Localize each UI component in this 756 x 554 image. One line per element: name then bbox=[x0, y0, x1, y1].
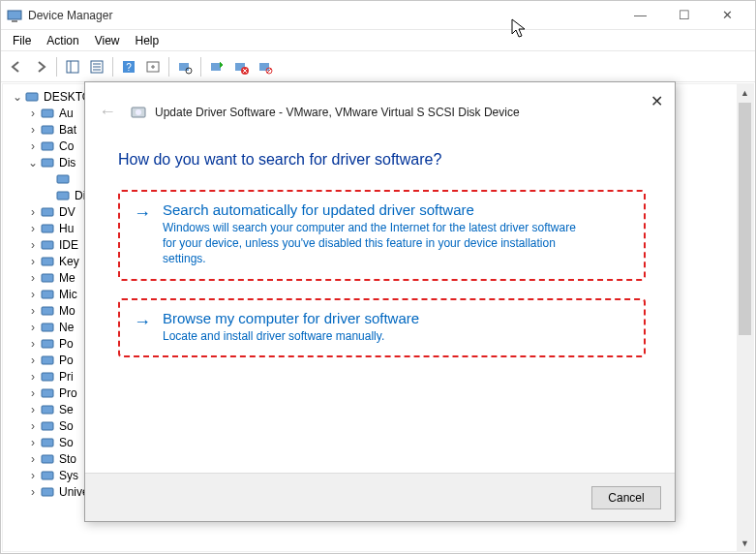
titlebar: Device Manager — ☐ ✕ bbox=[1, 1, 755, 30]
expander-icon[interactable]: › bbox=[26, 403, 40, 416]
option1-desc: Windows will search your computer and th… bbox=[163, 220, 579, 267]
device-icon bbox=[40, 221, 55, 236]
expander-icon[interactable]: › bbox=[26, 238, 40, 252]
disk-icon bbox=[130, 104, 147, 121]
expander-icon[interactable]: › bbox=[26, 436, 40, 449]
expander-icon[interactable]: ⌄ bbox=[11, 90, 24, 104]
svg-rect-26 bbox=[42, 208, 53, 216]
device-icon bbox=[40, 254, 55, 269]
svg-rect-21 bbox=[42, 126, 53, 134]
svg-rect-34 bbox=[42, 340, 53, 348]
action-button[interactable] bbox=[141, 55, 165, 78]
svg-point-45 bbox=[136, 109, 141, 115]
tree-item-label: Po bbox=[59, 354, 74, 367]
dialog-title: Update Driver Software - VMware, VMware … bbox=[155, 106, 520, 119]
tree-item-label: So bbox=[59, 436, 74, 449]
tree-item-label: Au bbox=[59, 107, 74, 120]
tree-item-label: Sys bbox=[59, 469, 78, 482]
expander-icon[interactable]: › bbox=[26, 452, 40, 466]
help-button[interactable]: ? bbox=[117, 55, 140, 78]
svg-rect-25 bbox=[57, 192, 69, 200]
expander-icon[interactable]: › bbox=[26, 321, 40, 334]
option1-title: Search automatically for updated driver … bbox=[163, 201, 579, 218]
expander-icon[interactable]: › bbox=[26, 469, 40, 482]
expander-icon[interactable]: ⌄ bbox=[26, 156, 40, 169]
device-icon bbox=[40, 468, 55, 483]
back-button[interactable] bbox=[5, 55, 28, 78]
svg-rect-0 bbox=[8, 11, 21, 19]
dialog-footer: Cancel bbox=[85, 473, 675, 521]
svg-rect-29 bbox=[42, 258, 53, 265]
tree-item-label: Pro bbox=[59, 386, 77, 400]
expander-icon[interactable]: › bbox=[26, 271, 40, 285]
svg-rect-28 bbox=[42, 241, 53, 249]
toolbar: ? bbox=[1, 51, 755, 82]
svg-rect-43 bbox=[42, 488, 53, 496]
expander-icon[interactable]: › bbox=[26, 139, 40, 153]
expander-icon[interactable]: › bbox=[26, 222, 40, 235]
tree-item-label: Hu bbox=[59, 222, 74, 235]
expander-icon[interactable]: › bbox=[26, 288, 40, 301]
tree-item-label: Bat bbox=[59, 123, 76, 137]
tree-item-label: DV bbox=[59, 205, 76, 219]
scroll-thumb[interactable] bbox=[739, 103, 751, 335]
uninstall-button[interactable] bbox=[229, 55, 253, 78]
device-icon bbox=[40, 320, 55, 335]
svg-rect-41 bbox=[42, 455, 53, 463]
cancel-button[interactable]: Cancel bbox=[591, 486, 661, 509]
scroll-up-icon[interactable]: ▲ bbox=[739, 86, 751, 99]
dialog-close-button[interactable]: ✕ bbox=[644, 88, 669, 113]
svg-rect-27 bbox=[42, 225, 53, 232]
arrow-right-icon: → bbox=[134, 203, 151, 224]
expander-icon[interactable]: › bbox=[26, 485, 40, 499]
tree-item-label: Key bbox=[59, 255, 79, 268]
expander-icon[interactable]: › bbox=[26, 107, 40, 120]
vertical-scrollbar[interactable]: ▲ ▼ bbox=[737, 84, 753, 551]
option2-title: Browse my computer for driver software bbox=[163, 310, 419, 326]
update-driver-button[interactable] bbox=[205, 55, 228, 78]
dialog-back-button[interactable]: ← bbox=[93, 98, 122, 126]
expander-icon[interactable]: › bbox=[26, 386, 40, 400]
show-hide-tree-button[interactable] bbox=[61, 55, 84, 78]
svg-rect-11 bbox=[179, 63, 189, 71]
maximize-button[interactable]: ☐ bbox=[662, 1, 706, 29]
svg-rect-36 bbox=[42, 373, 53, 381]
expander-icon[interactable]: › bbox=[26, 370, 40, 384]
properties-button[interactable] bbox=[85, 55, 108, 78]
option-search-automatically[interactable]: → Search automatically for updated drive… bbox=[118, 190, 646, 281]
tree-item-label: Mic bbox=[59, 288, 77, 301]
device-icon bbox=[40, 435, 55, 450]
close-button[interactable]: ✕ bbox=[706, 1, 749, 29]
device-icon bbox=[40, 138, 55, 154]
expander-icon[interactable]: › bbox=[26, 304, 40, 318]
tree-item-label: Se bbox=[59, 403, 74, 416]
svg-rect-16 bbox=[259, 63, 269, 71]
device-icon bbox=[40, 155, 55, 170]
dialog-heading: How do you want to search for driver sof… bbox=[118, 151, 646, 169]
scan-hardware-button[interactable] bbox=[173, 55, 197, 78]
svg-rect-13 bbox=[211, 63, 221, 71]
svg-rect-31 bbox=[42, 291, 53, 298]
expander-icon[interactable]: › bbox=[26, 337, 40, 351]
expander-icon[interactable]: › bbox=[26, 205, 40, 219]
svg-rect-32 bbox=[42, 307, 53, 315]
expander-icon[interactable]: › bbox=[26, 354, 40, 367]
menu-action[interactable]: Action bbox=[39, 32, 86, 49]
svg-rect-30 bbox=[42, 274, 53, 282]
expander-icon[interactable]: › bbox=[26, 255, 40, 268]
minimize-button[interactable]: — bbox=[619, 1, 662, 29]
disable-button[interactable] bbox=[254, 55, 277, 78]
svg-rect-2 bbox=[67, 61, 78, 73]
forward-button[interactable] bbox=[29, 55, 52, 78]
menu-file[interactable]: File bbox=[5, 32, 39, 49]
option-browse-computer[interactable]: → Browse my computer for driver software… bbox=[118, 298, 646, 357]
svg-rect-33 bbox=[42, 323, 53, 331]
device-icon bbox=[40, 484, 55, 500]
menu-help[interactable]: Help bbox=[128, 32, 167, 49]
scroll-down-icon[interactable]: ▼ bbox=[739, 537, 751, 549]
expander-icon[interactable]: › bbox=[26, 419, 40, 433]
expander-icon[interactable]: › bbox=[26, 123, 40, 137]
update-driver-dialog: ✕ ← Update Driver Software - VMware, VMw… bbox=[84, 81, 676, 522]
menu-view[interactable]: View bbox=[87, 32, 128, 49]
tree-item-label: Me bbox=[59, 271, 76, 285]
